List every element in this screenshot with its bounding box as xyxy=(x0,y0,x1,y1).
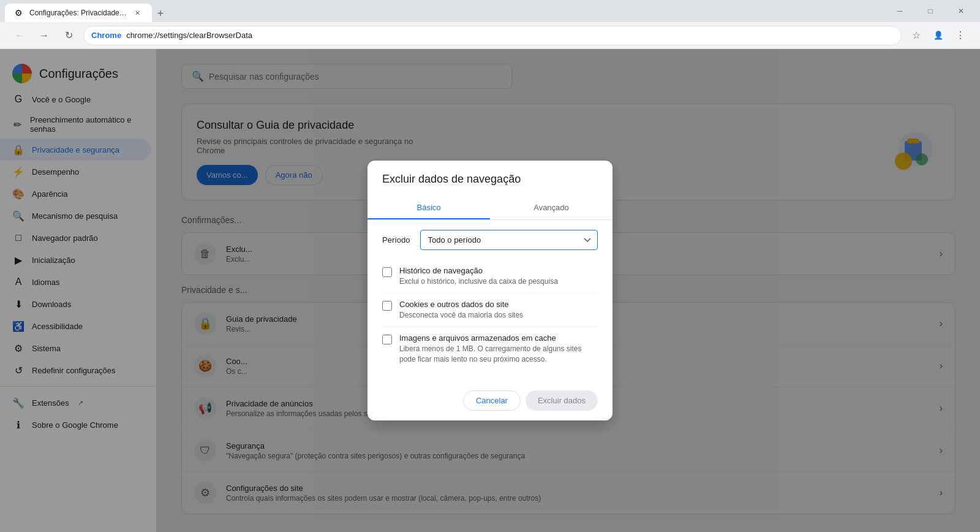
checkbox-row-cache: Imagens e arquivos armazenados em cache … xyxy=(382,327,598,371)
close-button[interactable]: ✕ xyxy=(947,1,975,21)
forward-button[interactable]: → xyxy=(34,26,54,45)
active-tab[interactable]: ⚙ Configurações: Privacidade e s... ✕ xyxy=(5,4,152,22)
cb-title: Cookies e outros dados do site xyxy=(399,300,523,309)
chrome-logo-icon: Chrome xyxy=(91,31,121,40)
cb-title: Histórico de navegação xyxy=(399,266,558,275)
maximize-button[interactable]: □ xyxy=(916,1,944,21)
minimize-button[interactable]: ─ xyxy=(886,1,914,21)
address-bar[interactable]: Chrome chrome://settings/clearBrowserDat… xyxy=(83,26,902,45)
period-select[interactable]: Última hora Últimas 24 horas Últimos 7 d… xyxy=(420,230,598,250)
browser-toolbar: ← → ↻ Chrome chrome://settings/clearBrow… xyxy=(0,22,980,49)
tab-favicon: ⚙ xyxy=(15,8,24,18)
checkbox-row-text: Histórico de navegação Exclui o históric… xyxy=(399,266,558,287)
tab-basic[interactable]: Básico xyxy=(368,196,490,219)
cb-desc: Libera menos de 1 MB. O carregamento de … xyxy=(399,344,598,365)
back-button[interactable]: ← xyxy=(10,26,29,45)
delete-data-button[interactable]: Excluir dados xyxy=(526,390,598,411)
new-tab-button[interactable]: + xyxy=(152,5,169,22)
tab-close-button[interactable]: ✕ xyxy=(132,8,142,18)
period-label: Período xyxy=(382,235,410,245)
toolbar-right: ☆ 👤 ⋮ xyxy=(907,26,970,45)
address-text: chrome://settings/clearBrowserData xyxy=(126,31,252,40)
checkbox-row-cookies: Cookies e outros dados do site Desconect… xyxy=(382,294,598,327)
cache-checkbox[interactable] xyxy=(382,335,392,344)
window-controls: ─ □ ✕ xyxy=(886,1,975,21)
tab-bar: ⚙ Configurações: Privacidade e s... ✕ + xyxy=(5,0,169,22)
menu-button[interactable]: ⋮ xyxy=(951,26,970,45)
cb-desc: Desconecta você da maioria dos sites xyxy=(399,310,523,321)
dialog-body: Período Última hora Últimas 24 horas Últ… xyxy=(368,220,612,380)
title-bar: ⚙ Configurações: Privacidade e s... ✕ + … xyxy=(0,0,980,22)
dialog-actions: Cancelar Excluir dados xyxy=(368,381,612,420)
checkbox-row-text: Imagens e arquivos armazenados em cache … xyxy=(399,333,598,365)
cb-title: Imagens e arquivos armazenados em cache xyxy=(399,333,598,343)
historico-checkbox[interactable] xyxy=(382,267,392,277)
cb-desc: Exclui o histórico, inclusive da caixa d… xyxy=(399,276,558,287)
checkbox-row-historico: Histórico de navegação Exclui o históric… xyxy=(382,260,598,294)
tab-advanced[interactable]: Avançado xyxy=(490,196,612,219)
period-row: Período Última hora Últimas 24 horas Últ… xyxy=(382,230,598,250)
cookies-checkbox[interactable] xyxy=(382,301,392,311)
refresh-button[interactable]: ↻ xyxy=(59,26,78,45)
checkbox-row-text: Cookies e outros dados do site Desconect… xyxy=(399,300,523,321)
tab-title: Configurações: Privacidade e s... xyxy=(29,9,127,17)
clear-data-dialog: Excluir dados de navegação Básico Avança… xyxy=(368,161,612,420)
modal-backdrop: Excluir dados de navegação Básico Avança… xyxy=(0,49,980,532)
bookmark-button[interactable]: ☆ xyxy=(907,26,926,45)
cancel-button[interactable]: Cancelar xyxy=(463,390,521,411)
dialog-title: Excluir dados de navegação xyxy=(368,161,612,186)
dialog-tabs: Básico Avançado xyxy=(368,196,612,220)
profile-button[interactable]: 👤 xyxy=(929,26,948,45)
